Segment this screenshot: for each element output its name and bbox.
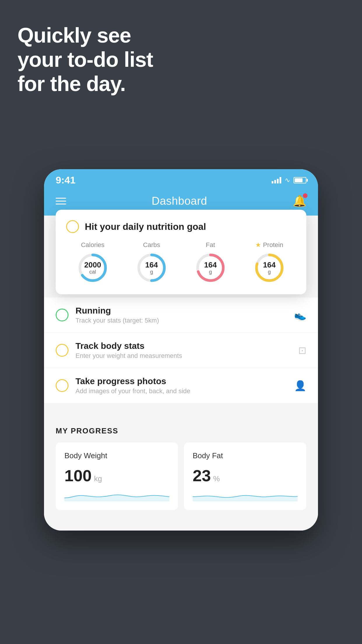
fat-item: Fat 164 g: [194, 241, 226, 284]
fat-ring: 164 g: [194, 252, 226, 284]
star-icon: ★: [255, 241, 261, 249]
my-progress-section: MY PROGRESS Body Weight 100 kg: [44, 415, 318, 516]
carbs-item: Carbs 164 g: [136, 241, 168, 284]
nutrition-row: Calories 2000 cal Carbs: [66, 241, 296, 284]
body-stats-checkbox[interactable]: [56, 344, 68, 357]
progress-cards: Body Weight 100 kg Body Fat: [56, 442, 306, 510]
body-weight-card: Body Weight 100 kg: [56, 442, 178, 510]
hero-text: Quickly see your to-do list for the day.: [17, 23, 153, 96]
protein-label-row: ★ Protein: [255, 241, 283, 249]
body-fat-wave: [193, 490, 298, 501]
app-content: THINGS TO DO TODAY Hit your daily nutrit…: [44, 216, 318, 531]
carbs-label: Carbs: [143, 241, 160, 249]
body-fat-value: 23: [193, 466, 211, 485]
progress-photos-text: Take progress photos Add images of your …: [75, 376, 287, 395]
body-stats-subtitle: Enter your weight and measurements: [75, 352, 291, 360]
body-stats-title: Track body stats: [75, 341, 291, 351]
notification-bell-button[interactable]: 🔔: [293, 195, 306, 207]
status-icons: ∿: [272, 176, 306, 184]
my-progress-header: MY PROGRESS: [56, 426, 306, 435]
person-icon: 👤: [294, 380, 306, 391]
body-stats-text: Track body stats Enter your weight and m…: [75, 341, 291, 360]
status-time: 9:41: [56, 174, 75, 186]
body-fat-value-row: 23 %: [193, 466, 298, 485]
body-weight-value: 100: [64, 466, 92, 485]
phone-shell: 9:41 ∿ Dashboard 🔔 THINGS TO DO TODA: [44, 169, 318, 531]
app-title: Dashboard: [152, 195, 207, 207]
protein-label: Protein: [263, 241, 283, 249]
body-weight-wave: [64, 490, 169, 501]
progress-photos-subtitle: Add images of your front, back, and side: [75, 387, 287, 395]
notification-dot: [303, 193, 307, 198]
scale-icon: ⊡: [298, 344, 306, 356]
todo-item-progress-photos[interactable]: Take progress photos Add images of your …: [44, 368, 318, 403]
progress-photos-checkbox[interactable]: [56, 379, 68, 392]
todo-item-running[interactable]: Running Track your stats (target: 5km) 👟: [44, 298, 318, 333]
status-bar: 9:41 ∿: [44, 169, 318, 189]
body-weight-unit: kg: [94, 474, 102, 483]
wifi-icon: ∿: [285, 176, 290, 184]
running-checkbox[interactable]: [56, 309, 68, 321]
running-subtitle: Track your stats (target: 5km): [75, 317, 287, 324]
todo-item-body-stats[interactable]: Track body stats Enter your weight and m…: [44, 333, 318, 368]
body-weight-title: Body Weight: [64, 451, 169, 460]
battery-icon: [294, 177, 306, 183]
todo-list: Running Track your stats (target: 5km) 👟…: [44, 298, 318, 403]
protein-item: ★ Protein 164 g: [253, 241, 285, 284]
nutrition-card: Hit your daily nutrition goal Calories 2…: [56, 210, 306, 294]
body-fat-unit: %: [213, 474, 220, 483]
body-weight-value-row: 100 kg: [64, 466, 169, 485]
calories-ring: 2000 cal: [77, 252, 109, 284]
calories-item: Calories 2000 cal: [77, 241, 109, 284]
calories-label: Calories: [81, 241, 105, 249]
protein-ring: 164 g: [253, 252, 285, 284]
nutrition-card-title: Hit your daily nutrition goal: [85, 221, 206, 232]
carbs-ring: 164 g: [136, 252, 168, 284]
shoe-icon: 👟: [294, 309, 306, 321]
body-fat-card: Body Fat 23 %: [184, 442, 306, 510]
running-text: Running Track your stats (target: 5km): [75, 306, 287, 324]
signal-icon: [272, 177, 281, 183]
nutrition-checkbox[interactable]: [66, 220, 79, 233]
running-title: Running: [75, 306, 287, 316]
fat-label: Fat: [206, 241, 215, 249]
body-fat-title: Body Fat: [193, 451, 298, 460]
progress-photos-title: Take progress photos: [75, 376, 287, 386]
hamburger-button[interactable]: [56, 198, 66, 204]
